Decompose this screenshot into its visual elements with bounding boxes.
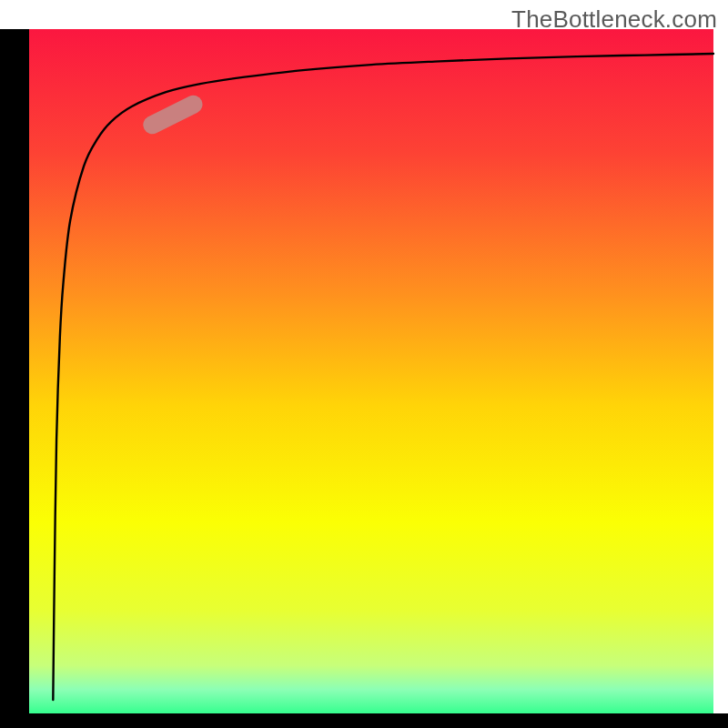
x-axis-bar: [0, 713, 728, 728]
y-axis-bar: [0, 29, 29, 728]
watermark-text: TheBottleneck.com: [511, 5, 717, 34]
chart-svg: [0, 0, 728, 728]
plot-area: [0, 29, 728, 728]
chart-container: TheBottleneck.com: [0, 0, 728, 728]
gradient-background: [29, 29, 713, 713]
